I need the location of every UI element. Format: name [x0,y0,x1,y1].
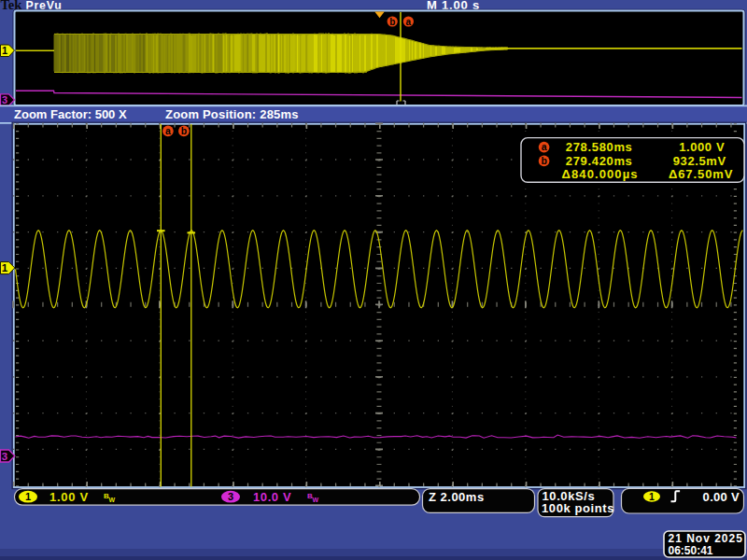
svg-text:06:50:41: 06:50:41 [669,544,713,557]
svg-text:b: b [541,155,546,166]
svg-text:Zoom Position: 285ms: Zoom Position: 285ms [165,107,299,121]
svg-text:a: a [542,141,547,152]
svg-text:b: b [389,17,395,27]
svg-text:b: b [181,125,187,136]
svg-text:10.0 V: 10.0 V [253,490,291,504]
svg-text:1: 1 [2,45,7,56]
svg-text:a: a [406,17,412,27]
svg-text:1: 1 [2,262,8,273]
svg-text:W: W [109,497,116,503]
svg-text:a: a [165,125,171,136]
svg-text:3: 3 [2,94,7,105]
svg-text:100k points: 100k points [542,501,614,515]
svg-text:932.5mV: 932.5mV [673,154,726,168]
svg-text:Δ67.50mV: Δ67.50mV [669,167,733,181]
svg-text:Z 2.00ms: Z 2.00ms [429,490,485,504]
svg-text:3: 3 [228,491,233,502]
svg-text:3: 3 [2,451,7,462]
svg-text:1: 1 [25,491,31,502]
svg-text:21 Nov 2025: 21 Nov 2025 [669,532,743,545]
svg-text:0.00 V: 0.00 V [703,490,740,504]
svg-text:279.420ms: 279.420ms [566,154,633,168]
svg-text:278.580ms: 278.580ms [566,140,633,154]
svg-text:1.000 V: 1.000 V [679,140,725,154]
svg-text:1.00 V: 1.00 V [49,490,89,504]
svg-text:W: W [313,497,319,503]
svg-text:1: 1 [649,491,655,502]
svg-text:Zoom Factor: 500 X: Zoom Factor: 500 X [14,107,127,121]
svg-text:Δ840.000µs: Δ840.000µs [562,167,639,181]
